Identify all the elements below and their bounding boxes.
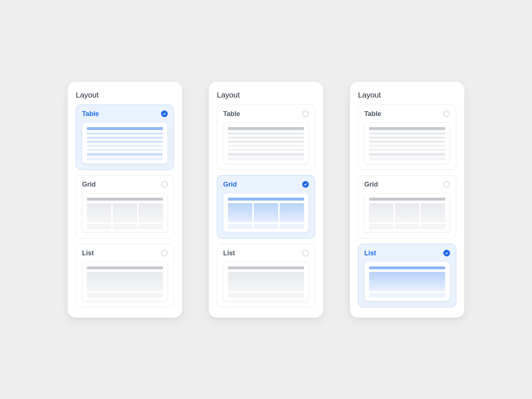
radio-unchecked-icon <box>443 181 450 188</box>
option-list[interactable]: List <box>217 244 315 307</box>
preview-list <box>223 262 309 301</box>
option-header: Grid <box>364 181 450 188</box>
preview-grid <box>223 193 309 232</box>
option-label: Table <box>364 110 381 118</box>
panel-title: Layout <box>358 91 456 99</box>
option-header: List <box>223 249 309 257</box>
option-label: Grid <box>364 181 378 188</box>
option-table[interactable]: Table <box>76 105 174 170</box>
option-grid[interactable]: Grid <box>217 175 315 239</box>
layout-panel: Layout Table Grid List <box>209 82 323 318</box>
radio-unchecked-icon <box>302 250 309 256</box>
option-table[interactable]: Table <box>217 105 315 170</box>
option-label: Grid <box>82 181 96 188</box>
layout-panel: Layout Table Grid List <box>68 82 182 318</box>
option-header: List <box>82 249 168 257</box>
option-grid[interactable]: Grid <box>358 175 456 239</box>
option-label: Table <box>223 110 240 118</box>
panel-title: Layout <box>76 91 174 99</box>
radio-unchecked-icon <box>161 181 168 188</box>
option-header: Table <box>82 110 168 118</box>
option-label: List <box>223 249 235 257</box>
option-table[interactable]: Table <box>358 105 456 170</box>
radio-unchecked-icon <box>302 110 309 117</box>
radio-checked-icon <box>302 181 309 188</box>
preview-table <box>82 122 168 164</box>
option-label: List <box>364 249 376 257</box>
radio-unchecked-icon <box>161 250 168 256</box>
option-list[interactable]: List <box>358 244 456 307</box>
option-header: Table <box>223 110 309 118</box>
option-label: Grid <box>223 181 237 188</box>
option-grid[interactable]: Grid <box>76 175 174 239</box>
panel-title: Layout <box>217 91 315 99</box>
option-header: Grid <box>82 181 168 188</box>
preview-table <box>223 122 309 164</box>
option-header: Grid <box>223 181 309 188</box>
radio-checked-icon <box>443 250 450 256</box>
option-header: Table <box>364 110 450 118</box>
preview-list <box>364 262 450 301</box>
preview-grid <box>82 193 168 232</box>
radio-checked-icon <box>161 110 168 117</box>
option-header: List <box>364 249 450 257</box>
option-label: Table <box>82 110 99 118</box>
option-list[interactable]: List <box>76 244 174 307</box>
radio-unchecked-icon <box>443 110 450 117</box>
layout-panel: Layout Table Grid List <box>350 82 464 318</box>
preview-list <box>82 262 168 301</box>
preview-grid <box>364 193 450 232</box>
preview-table <box>364 122 450 164</box>
option-label: List <box>82 249 94 257</box>
